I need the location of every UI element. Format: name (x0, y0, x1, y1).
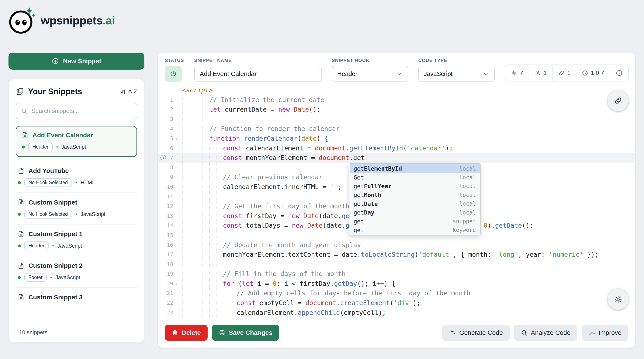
indent-guide (196, 298, 202, 308)
snippet-list-item[interactable]: Custom Snippet 2Footer•JavaScript (16, 256, 137, 288)
indent-guide (209, 288, 216, 298)
indent-guide (182, 163, 189, 172)
autocomplete-item[interactable]: getkeyword (350, 226, 480, 234)
delete-button[interactable]: Delete (165, 325, 208, 341)
improve-button[interactable]: Improve (582, 325, 628, 341)
code-line[interactable]: 21// Add empty cells for days before the… (158, 288, 635, 298)
code-text: const calendarElement = document.getElem… (182, 143, 453, 153)
code-line[interactable]: 20▾for (let i = 0; i < firstDay.getDay()… (158, 279, 635, 289)
analyze-code-button[interactable]: Analyze Code (514, 325, 577, 341)
indent-guide (202, 182, 209, 192)
snippet-item-header: Custom Snippet 3 (18, 294, 136, 301)
hook-badge: Footer (24, 273, 47, 282)
autocomplete-item[interactable]: getMonthlocal (350, 191, 480, 199)
indent-guide (196, 250, 202, 260)
improve-label: Improve (598, 329, 622, 336)
indent-guide (196, 279, 202, 289)
indent-guide (209, 260, 216, 269)
indent-guide (196, 95, 202, 105)
line-number: 1 (170, 97, 173, 103)
indent-guide (196, 269, 202, 279)
hash-icon (511, 70, 517, 76)
snippet-list-item[interactable]: Add YouTubeNo Hook Selected•HTML (16, 161, 137, 193)
sort-button[interactable]: A-Z (120, 88, 137, 95)
indent-guide (182, 134, 189, 143)
indent-guide (196, 288, 202, 298)
snippet-list-item[interactable]: Custom Snippet 3 (16, 288, 137, 306)
autocomplete-item[interactable]: getDatelocal (350, 199, 480, 208)
indent-guide (209, 182, 216, 192)
brand-snippets: snippets (56, 14, 102, 27)
priority-value: 7 (520, 70, 523, 76)
code-line[interactable]: 3 (158, 114, 635, 124)
snippet-hook-select[interactable]: Header (332, 66, 408, 82)
autocomplete-item[interactable]: getFullYearlocal (350, 182, 480, 191)
snippet-list-item[interactable]: Custom Snippet 1Header•JavaScript (16, 225, 137, 256)
code-line[interactable]: 6const calendarElement = document.getEle… (158, 143, 635, 153)
autocomplete-item[interactable]: Getlocal (350, 173, 480, 182)
indent-guide (216, 269, 223, 279)
code-line[interactable]: 5▾function renderCalendar(date) { (158, 134, 635, 143)
indent-guide (189, 288, 196, 298)
autocomplete-item[interactable]: getDaylocal (350, 208, 480, 217)
bullet-separator: • (50, 275, 52, 281)
indent-guide (202, 250, 209, 260)
code-line[interactable]: 18 (158, 260, 635, 269)
fold-arrow-icon[interactable]: ▾ (176, 134, 178, 144)
status-field: STATUS (165, 58, 184, 82)
indent-guide (196, 240, 202, 250)
indent-guide (216, 211, 223, 221)
generate-code-button[interactable]: Generate Code (442, 325, 510, 341)
autocomplete-item[interactable]: getsnippet (350, 217, 480, 226)
code-line[interactable]: 23calendarElement.appendChild(emptyCell)… (158, 308, 635, 318)
info-icon[interactable] (616, 69, 623, 77)
autocomplete-item[interactable]: getElementByIdlocal (350, 164, 480, 173)
code-line[interactable]: 4// Function to render the calendar (158, 124, 635, 134)
links-indicator: 1 (552, 65, 576, 81)
indent-guide (196, 172, 202, 182)
code-tokens: // Get the first day of the month (223, 201, 350, 211)
status-toggle-button[interactable] (165, 66, 182, 82)
indent-guide (216, 192, 223, 202)
editor-settings-button[interactable] (608, 289, 629, 310)
line-gutter: 19 (158, 269, 178, 279)
indent-guide (196, 260, 202, 269)
code-line[interactable]: 1// Initialize the current date (158, 95, 635, 105)
search-input[interactable] (16, 103, 137, 119)
code-line[interactable]: i7const monthYearElement = document.get (158, 153, 635, 163)
code-line[interactable]: 2let currentDate = new Date(); (158, 105, 635, 114)
code-type-select[interactable]: JavaScript (418, 66, 495, 82)
indent-guide (202, 211, 209, 221)
snippet-name: Add Event Calendar (32, 132, 93, 139)
code-line[interactable]: 22const emptyCell = document.createEleme… (158, 298, 635, 308)
code-line[interactable]: <script> (158, 85, 635, 95)
line-gutter: 11 (158, 192, 178, 202)
fold-arrow-icon[interactable]: ▾ (176, 279, 178, 289)
code-text: for (let i = 0; i < firstDay.getDay(); i… (182, 279, 396, 289)
line-number: 12 (167, 203, 173, 209)
panel-header: Your Snippets A-Z (16, 87, 137, 96)
snippet-list-item[interactable]: Add Event CalendarHeader•JavaScript (16, 126, 137, 157)
code-editor[interactable]: <script>1// Initialize the current date2… (158, 85, 635, 318)
autocomplete-popup: getElementByIdlocalGetlocalgetFullYearlo… (349, 163, 480, 235)
indent-guide (182, 124, 189, 134)
indent-guide (189, 308, 196, 318)
code-tokens: // Update the month and year display (223, 240, 361, 250)
code-line[interactable]: 17monthYearElement.textContent = date.to… (158, 250, 635, 260)
code-text: // Get the first day of the month (182, 201, 350, 211)
save-changes-button[interactable]: Save Changes (212, 325, 279, 341)
indent-guide (182, 201, 189, 211)
line-gutter: 1 (158, 95, 178, 105)
new-snippet-button[interactable]: New Snippet (8, 53, 144, 70)
indent-guide (189, 279, 196, 289)
snippet-list-item[interactable]: Custom SnippetNo Hook Selected•JavaScrip… (16, 193, 137, 225)
copy-link-button[interactable] (608, 90, 629, 111)
line-number: 23 (167, 310, 173, 316)
indent-guide (196, 134, 202, 143)
meta-bar: 7 1 1 (505, 64, 629, 81)
snippet-name-input[interactable] (194, 66, 322, 82)
indent-guide (196, 230, 202, 240)
code-line[interactable]: 19// Fill in the days of the month (158, 269, 635, 279)
code-line[interactable]: 16// Update the month and year display (158, 240, 635, 250)
snippet-name: Custom Snippet 1 (28, 230, 82, 238)
